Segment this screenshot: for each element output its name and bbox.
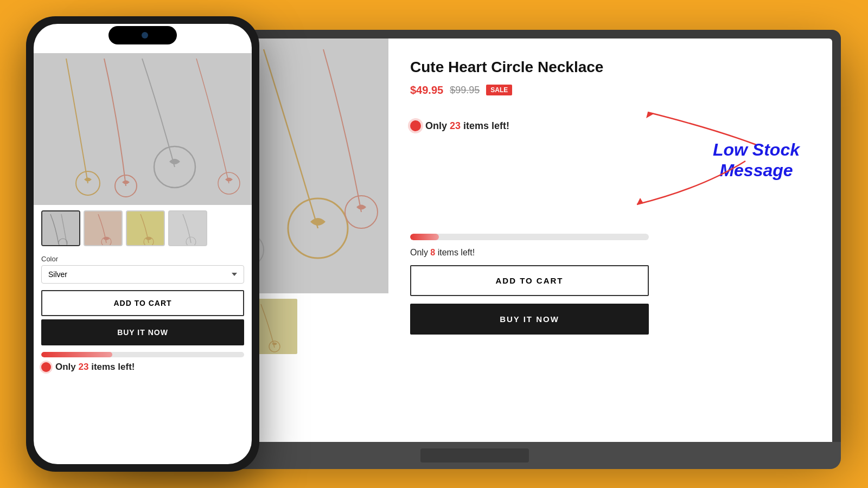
laptop-progress-stock-text: Only 8 items left! [410,248,810,258]
phone-thumb-1[interactable] [41,210,80,246]
phone-color-section: Color Silver Rose Gold Gold [34,252,252,286]
svg-marker-12 [637,198,643,204]
phone-stock-message: Only 23 items left! [34,362,252,377]
laptop-original-price: $99.95 [450,85,480,96]
laptop-price-row: $49.95 $99.95 SALE [410,84,810,97]
svg-rect-24 [169,211,207,246]
phone-thumbnail-row [34,205,252,252]
svg-rect-20 [85,211,123,246]
laptop-stock-text: Only 23 items left! [425,120,509,132]
laptop-details-column: Cute Heart Circle Necklace $49.95 $99.95… [388,38,832,442]
arrow-to-progress [604,156,778,210]
svg-rect-22 [127,211,165,246]
phone-stock-dot [41,362,51,372]
laptop-buy-now-button[interactable]: BUY IT NOW [410,304,649,335]
laptop-progress-fill [410,234,439,240]
phone-thumb-4[interactable] [168,210,207,246]
phone-thumb-3[interactable] [126,210,165,246]
phone-buy-now-button[interactable]: BUY IT NOW [41,319,244,345]
laptop-sale-badge: SALE [486,85,512,95]
laptop-stock-dot [410,120,421,131]
laptop-progress-bar-container [410,234,649,240]
phone-color-select[interactable]: Silver Rose Gold Gold [41,265,244,284]
laptop-product-title: Cute Heart Circle Necklace [410,58,810,76]
phone-progress-bar-container [41,352,244,357]
laptop-sale-price: $49.95 [410,84,443,97]
phone-device: Color Silver Rose Gold Gold ADD TO CART … [26,16,259,472]
phone-color-label: Color [41,255,244,263]
phone-notch [108,26,177,44]
phone-stock-text: Only 23 items left! [55,362,135,373]
phone-camera [142,32,148,38]
svg-rect-18 [42,211,80,246]
phone-add-to-cart-button[interactable]: ADD TO CART [41,290,244,316]
annotation-area: Low StockMessage [410,139,810,226]
phone-screen: Color Silver Rose Gold Gold ADD TO CART … [34,24,252,464]
laptop-add-to-cart-button[interactable]: ADD TO CART [410,265,649,296]
laptop-stock-number: 23 [450,120,461,131]
laptop-trackpad [420,448,529,463]
svg-marker-11 [644,110,654,118]
phone-main-product-image [34,53,252,205]
phone-stock-number: 23 [79,362,89,372]
phone-thumb-2[interactable] [84,210,123,246]
phone-content: Color Silver Rose Gold Gold ADD TO CART … [34,24,252,464]
phone-shell: Color Silver Rose Gold Gold ADD TO CART … [26,16,259,472]
phone-progress-fill [41,352,112,357]
laptop-progress-stock-number: 8 [430,248,435,257]
